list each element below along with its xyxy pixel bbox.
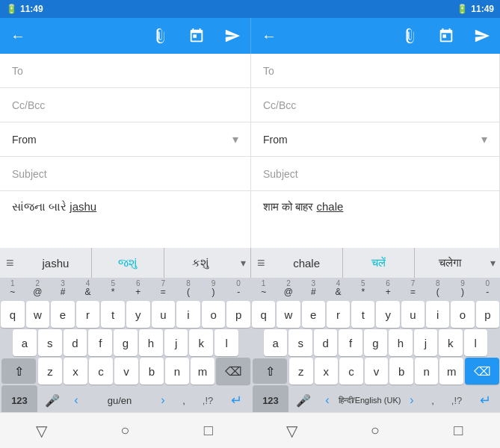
key-s-left[interactable]: s [38, 329, 62, 356]
num-key-7-left[interactable]: 7= [151, 278, 176, 300]
enter-key-left[interactable]: ↵ [221, 385, 251, 415]
key-r-right[interactable]: r [327, 301, 350, 328]
key-f-right[interactable]: f [339, 329, 362, 356]
ellipsis-key-left[interactable]: ,!? [194, 385, 221, 415]
calendar-button-left[interactable] [185, 24, 209, 48]
comma-key-right[interactable]: , [422, 385, 443, 415]
nav-back-left[interactable]: ▽ [19, 413, 64, 449]
suggestion-right-2[interactable]: चलेगा [415, 248, 486, 278]
compose-area-left[interactable]: સાંજના બારે jashu [0, 191, 250, 248]
suggestion-menu-left[interactable]: ≡ [0, 255, 20, 271]
from-dropdown-right[interactable]: ▾ [481, 132, 487, 146]
key-o-right[interactable]: o [451, 301, 474, 328]
key-h-left[interactable]: h [139, 329, 163, 356]
nav-left-left[interactable]: ‹ [66, 385, 87, 415]
key-o-left[interactable]: o [202, 301, 226, 328]
from-row-right[interactable]: From ▾ [251, 122, 499, 157]
enter-key-right[interactable]: ↵ [470, 385, 500, 415]
key-m-left[interactable]: m [191, 358, 214, 385]
cc-row-left[interactable]: Cc/Bcc [0, 88, 250, 122]
delete-key-right[interactable]: ⌫ [465, 358, 499, 385]
key-w-right[interactable]: w [277, 301, 300, 328]
key-f-left[interactable]: f [88, 329, 112, 356]
num-key-5-right[interactable]: 5* [351, 278, 375, 300]
key-b-left[interactable]: b [140, 358, 164, 385]
key-g-right[interactable]: g [364, 329, 387, 356]
nav-recents-right[interactable]: □ [436, 413, 481, 449]
num-key-9-right[interactable]: 9) [450, 278, 475, 300]
key-e-right[interactable]: e [302, 301, 325, 328]
suggestion-left-2[interactable]: કશું [164, 248, 236, 278]
nav-right-left[interactable]: › [152, 385, 173, 415]
attach-button-right[interactable] [398, 24, 422, 48]
num-key-7-right[interactable]: 7= [401, 278, 425, 300]
key-g-left[interactable]: g [114, 329, 138, 356]
key-p-right[interactable]: p [476, 301, 499, 328]
key-s-right[interactable]: s [288, 329, 312, 356]
to-row-left[interactable]: To [0, 54, 250, 88]
subject-row-right[interactable]: Subject [251, 157, 499, 191]
send-button-right[interactable] [470, 24, 494, 48]
num-key-0-right[interactable]: 0- [475, 278, 500, 300]
delete-key-left[interactable]: ⌫ [216, 358, 250, 385]
num-key-1-left[interactable]: 1~ [0, 278, 25, 300]
key-l-left[interactable]: l [214, 329, 238, 356]
back-button-right[interactable]: ← [257, 24, 281, 48]
subject-row-left[interactable]: Subject [0, 157, 250, 191]
comma-key-left[interactable]: , [173, 385, 194, 415]
key-n-left[interactable]: n [165, 358, 189, 385]
num-switch-left[interactable]: 123 [1, 385, 37, 415]
key-c-right[interactable]: c [339, 358, 363, 385]
num-key-2-left[interactable]: 2@ [25, 278, 51, 300]
lang-key-left[interactable]: gu/en [87, 385, 152, 415]
suggestion-expand-right[interactable]: ▾ [486, 257, 500, 269]
key-v-left[interactable]: v [114, 358, 138, 385]
key-v-right[interactable]: v [365, 358, 389, 385]
mic-key-right[interactable]: 🎤 [290, 385, 317, 415]
key-e-left[interactable]: e [51, 301, 75, 328]
nav-home-right[interactable]: ○ [353, 413, 398, 449]
shift-key-right[interactable]: ⇧ [253, 358, 287, 384]
key-z-left[interactable]: z [38, 358, 62, 385]
num-key-6-right[interactable]: 6+ [375, 278, 400, 300]
lang-key-right[interactable]: हिन्दी/English (UK) [338, 385, 401, 415]
key-x-left[interactable]: x [64, 358, 87, 385]
key-d-left[interactable]: d [64, 329, 87, 356]
nav-back-right[interactable]: ▽ [269, 413, 314, 449]
key-z-right[interactable]: z [289, 358, 313, 385]
num-key-8-left[interactable]: 8( [176, 278, 201, 300]
mic-key-left[interactable]: 🎤 [39, 385, 66, 415]
key-a-right[interactable]: a [264, 329, 287, 356]
num-key-5-left[interactable]: 5* [100, 278, 126, 300]
key-u-left[interactable]: u [152, 301, 176, 328]
cc-row-right[interactable]: Cc/Bcc [251, 88, 499, 122]
back-button-left[interactable]: ← [6, 24, 30, 48]
nav-left-right[interactable]: ‹ [317, 385, 338, 415]
key-m-right[interactable]: m [439, 358, 463, 385]
suggestion-right-1[interactable]: चलें [343, 248, 415, 278]
nav-recents-left[interactable]: □ [186, 413, 231, 449]
num-key-4-right[interactable]: 4& [326, 278, 351, 300]
key-p-left[interactable]: p [226, 301, 250, 328]
key-b-right[interactable]: b [389, 358, 413, 385]
ellipsis-key-right[interactable]: ,!? [443, 385, 470, 415]
num-key-8-right[interactable]: 8( [425, 278, 450, 300]
num-key-1-right[interactable]: 1~ [251, 278, 276, 300]
key-n-right[interactable]: n [415, 358, 439, 385]
key-j-left[interactable]: j [164, 329, 188, 356]
num-key-3-right[interactable]: 3# [301, 278, 326, 300]
suggestion-menu-right[interactable]: ≡ [251, 255, 271, 271]
suggestion-expand-left[interactable]: ▾ [236, 257, 250, 269]
key-a-left[interactable]: a [13, 329, 37, 356]
send-button-left[interactable] [220, 24, 244, 48]
attach-button-left[interactable] [149, 24, 173, 48]
num-key-9-left[interactable]: 9) [201, 278, 226, 300]
compose-area-right[interactable]: शाम को बाहर chale [251, 191, 499, 248]
key-y-right[interactable]: y [376, 301, 399, 328]
key-k-right[interactable]: k [439, 329, 462, 356]
key-j-right[interactable]: j [414, 329, 437, 356]
from-dropdown-left[interactable]: ▾ [232, 132, 238, 146]
num-switch-right[interactable]: 123 [253, 385, 288, 415]
key-u-right[interactable]: u [401, 301, 425, 328]
shift-key-left[interactable]: ⇧ [1, 358, 36, 384]
